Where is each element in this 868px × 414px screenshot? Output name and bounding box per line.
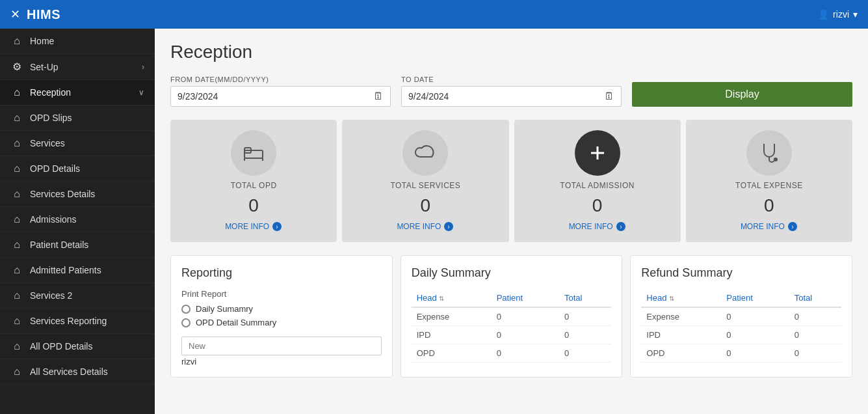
stat-label-2: TOTAL ADMISSION bbox=[560, 181, 635, 190]
sidebar-icon-opd-details: ⌂ bbox=[10, 163, 23, 174]
refund-summary-panel: Refund Summary Head ⇅PatientTotal Expens… bbox=[630, 255, 852, 378]
sidebar-item-admissions[interactable]: ⌂Admissions bbox=[0, 207, 155, 232]
table-row: OPD00 bbox=[412, 344, 612, 363]
sidebar-label-all-opd-details: All OPD Details bbox=[30, 341, 144, 352]
daily-summary-title: Daily Summary bbox=[412, 266, 612, 280]
sidebar-label-admitted-patients: Admitted Patients bbox=[30, 265, 144, 275]
sidebar-icon-reception: ⌂ bbox=[10, 87, 23, 98]
stat-card-3: TOTAL EXPENSE0MORE INFO › bbox=[686, 120, 852, 242]
table-cell-1-0: IPD bbox=[641, 326, 721, 344]
more-info-link-3[interactable]: MORE INFO › bbox=[741, 221, 798, 232]
sidebar-item-setup[interactable]: ⚙Set-Up› bbox=[0, 54, 155, 80]
sidebar-item-reception[interactable]: ⌂Reception∨ bbox=[0, 80, 155, 105]
table-cell-2-0: OPD bbox=[412, 344, 492, 363]
stat-icon-1 bbox=[402, 130, 448, 176]
new-input-value: rizvi bbox=[181, 357, 382, 366]
col-header-patient: Patient bbox=[492, 289, 559, 307]
more-info-link-0[interactable]: MORE INFO › bbox=[225, 221, 282, 232]
sidebar-label-opd-details: OPD Details bbox=[30, 163, 144, 174]
sidebar-item-services-reporting[interactable]: ⌂Services Reporting bbox=[0, 309, 155, 334]
radio-label-0: Daily Sumamry bbox=[196, 304, 253, 314]
to-date-input[interactable] bbox=[408, 91, 604, 102]
sidebar-item-patient-details[interactable]: ⌂Patient Details bbox=[0, 232, 155, 258]
sidebar-item-all-opd-details[interactable]: ⌂All OPD Details bbox=[0, 334, 155, 359]
stat-cards-grid: TOTAL OPD0MORE INFO › TOTAL SERVICES0MOR… bbox=[170, 120, 852, 242]
table-row: OPD00 bbox=[641, 344, 841, 363]
table-cell-1-1: 0 bbox=[492, 326, 559, 344]
sidebar-icon-patient-details: ⌂ bbox=[10, 239, 23, 251]
col-header-head[interactable]: Head ⇅ bbox=[641, 289, 721, 307]
sidebar-label-opd-slips: OPD Slips bbox=[30, 113, 144, 123]
table-cell-0-1: 0 bbox=[492, 307, 559, 326]
sidebar-icon-admitted-patients: ⌂ bbox=[10, 264, 23, 276]
display-button[interactable]: Display bbox=[632, 82, 852, 107]
radio-option-1[interactable]: OPD Detail Summary bbox=[181, 318, 382, 327]
table-cell-0-1: 0 bbox=[721, 307, 789, 326]
from-date-field: FROM DATE(MM/DD/YYYY) 🗓 bbox=[170, 76, 391, 107]
table-cell-0-0: Expense bbox=[641, 307, 721, 326]
bottom-panels: Reporting Print Report Daily SumamryOPD … bbox=[170, 255, 852, 378]
sidebar-icon-services: ⌂ bbox=[10, 137, 23, 149]
to-date-calendar-icon[interactable]: 🗓 bbox=[604, 90, 614, 102]
new-input[interactable] bbox=[181, 337, 382, 355]
more-info-link-2[interactable]: MORE INFO › bbox=[569, 221, 626, 232]
app-title: HIMS bbox=[27, 7, 60, 22]
sidebar-item-all-services-details[interactable]: ⌂All Services Details bbox=[0, 359, 155, 385]
svg-rect-0 bbox=[244, 150, 263, 158]
table-cell-2-2: 0 bbox=[789, 344, 841, 363]
sidebar-label-admissions: Admissions bbox=[30, 214, 144, 225]
col-header-total: Total bbox=[559, 289, 611, 307]
stat-icon-2 bbox=[575, 130, 620, 176]
table-cell-0-0: Expense bbox=[412, 307, 492, 326]
table-cell-1-0: IPD bbox=[412, 326, 492, 344]
filter-row: FROM DATE(MM/DD/YYYY) 🗓 TO DATE 🗓 Displa… bbox=[170, 76, 852, 107]
col-header-head[interactable]: Head ⇅ bbox=[412, 289, 492, 307]
col-header-patient: Patient bbox=[721, 289, 789, 307]
print-report-label: Print Report bbox=[181, 289, 382, 299]
sidebar-label-patient-details: Patient Details bbox=[30, 240, 144, 250]
from-date-calendar-icon[interactable]: 🗓 bbox=[373, 90, 384, 102]
close-icon[interactable]: ✕ bbox=[10, 7, 20, 21]
content-area: Reception FROM DATE(MM/DD/YYYY) 🗓 TO DAT… bbox=[155, 29, 868, 414]
sidebar-item-opd-slips[interactable]: ⌂OPD Slips bbox=[0, 105, 155, 131]
sidebar-item-services-2[interactable]: ⌂Services 2 bbox=[0, 283, 155, 309]
sidebar-item-home[interactable]: ⌂Home bbox=[0, 29, 155, 54]
sidebar-label-services-reporting: Services Reporting bbox=[30, 316, 144, 326]
sidebar-icon-services-details: ⌂ bbox=[10, 188, 23, 200]
stat-card-0: TOTAL OPD0MORE INFO › bbox=[170, 120, 337, 242]
sidebar-item-admitted-patients[interactable]: ⌂Admitted Patients bbox=[0, 258, 155, 283]
refund-summary-title: Refund Summary bbox=[641, 266, 841, 280]
sidebar-chevron-reception: ∨ bbox=[138, 88, 144, 97]
sidebar-label-home: Home bbox=[30, 36, 144, 46]
user-icon: 👤 bbox=[818, 9, 829, 20]
sidebar-icon-opd-slips: ⌂ bbox=[10, 112, 23, 124]
more-info-link-1[interactable]: MORE INFO › bbox=[397, 221, 454, 232]
to-date-field: TO DATE 🗓 bbox=[401, 76, 622, 107]
radio-option-0[interactable]: Daily Sumamry bbox=[181, 304, 382, 314]
table-cell-1-1: 0 bbox=[721, 326, 789, 344]
stat-card-2: TOTAL ADMISSION0MORE INFO › bbox=[514, 120, 681, 242]
daily-summary-table: Head ⇅PatientTotal Expense00IPD00OPD00 bbox=[412, 289, 612, 363]
main-layout: ⌂Home⚙Set-Up›⌂Reception∨⌂OPD Slips⌂Servi… bbox=[0, 29, 868, 414]
stat-value-0: 0 bbox=[248, 195, 259, 216]
user-menu[interactable]: 👤 rizvi ▾ bbox=[818, 9, 858, 20]
svg-text:›: › bbox=[448, 223, 450, 230]
table-row: Expense00 bbox=[412, 307, 612, 326]
table-row: IPD00 bbox=[412, 326, 612, 344]
stat-value-2: 0 bbox=[592, 195, 603, 216]
user-label: rizvi bbox=[833, 9, 849, 20]
page-title: Reception bbox=[170, 42, 852, 62]
sidebar: ⌂Home⚙Set-Up›⌂Reception∨⌂OPD Slips⌂Servi… bbox=[0, 29, 155, 414]
sidebar-icon-admissions: ⌂ bbox=[10, 214, 23, 225]
from-date-input[interactable] bbox=[178, 91, 373, 102]
sidebar-icon-home: ⌂ bbox=[10, 35, 23, 47]
sidebar-item-services[interactable]: ⌂Services bbox=[0, 131, 155, 156]
to-date-input-wrap: 🗓 bbox=[401, 86, 622, 107]
radio-circle-0 bbox=[181, 305, 191, 314]
sidebar-icon-all-opd-details: ⌂ bbox=[10, 340, 23, 352]
sidebar-icon-setup: ⚙ bbox=[10, 61, 23, 73]
sidebar-item-opd-details[interactable]: ⌂OPD Details bbox=[0, 156, 155, 182]
topbar-left: ✕ HIMS bbox=[10, 7, 60, 22]
table-cell-0-2: 0 bbox=[789, 307, 841, 326]
sidebar-item-services-details[interactable]: ⌂Services Details bbox=[0, 182, 155, 207]
